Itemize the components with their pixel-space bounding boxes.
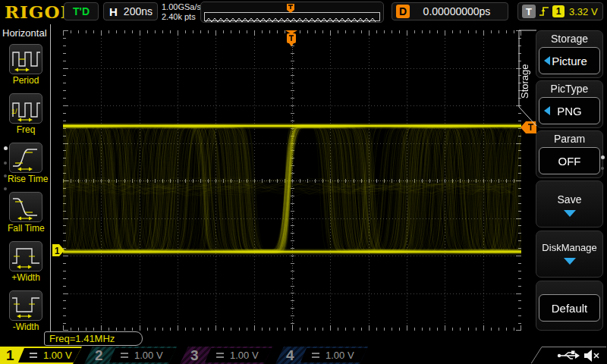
usb-icon bbox=[558, 351, 580, 359]
channel-3-badge[interactable]: 3 1.00 V bbox=[180, 347, 272, 364]
channel-3-number: 3 bbox=[190, 347, 199, 364]
rise-time-icon bbox=[9, 143, 42, 173]
channel-1-scale: 1.00 V bbox=[43, 350, 72, 361]
measure-fall-time-button[interactable]: Fall Time bbox=[8, 192, 44, 234]
status-icon-area bbox=[531, 347, 607, 364]
measure-rise-time-button[interactable]: Rise Time bbox=[8, 143, 44, 184]
delay-badge: D bbox=[396, 5, 410, 18]
measure-plus-width-button[interactable]: +Width bbox=[8, 241, 44, 283]
chevron-left-icon bbox=[544, 56, 550, 65]
channel-4-scale: 1.00 V bbox=[326, 350, 354, 361]
memory-window bbox=[204, 12, 380, 21]
fall-time-icon bbox=[9, 192, 42, 222]
trigger-position-flag-icon[interactable] bbox=[285, 4, 296, 13]
channel-2-scale: 1.00 V bbox=[134, 350, 163, 361]
rising-edge-icon bbox=[539, 5, 549, 17]
channel-1-badge[interactable]: 1 1.00 V bbox=[0, 347, 82, 364]
plus-width-icon bbox=[9, 241, 42, 271]
rise-time-label: Rise Time bbox=[8, 174, 44, 184]
channel-1-number: 1 bbox=[6, 347, 14, 364]
storage-tab[interactable]: Storage bbox=[519, 39, 534, 123]
delay-box[interactable]: D 0.00000000ps bbox=[392, 2, 508, 20]
minus-width-icon bbox=[9, 290, 42, 321]
left-menu-title: Horizontal bbox=[2, 27, 47, 39]
pictype-section-label: PicType bbox=[536, 83, 602, 95]
channel-4-number: 4 bbox=[286, 347, 294, 364]
storage-type-button[interactable]: Picture bbox=[539, 47, 600, 74]
trigger-badge: T bbox=[522, 5, 536, 18]
right-menu-page-dot-2 bbox=[601, 167, 604, 170]
left-menu-page-dot-1 bbox=[4, 146, 8, 150]
default-button[interactable]: Default bbox=[539, 294, 600, 322]
left-menu-separator bbox=[50, 24, 51, 338]
period-icon bbox=[9, 44, 42, 74]
freq-label: Freq bbox=[8, 124, 44, 135]
period-label: Period bbox=[8, 75, 44, 86]
pictype-button[interactable]: PNG bbox=[539, 97, 600, 124]
save-button-label: Save bbox=[536, 193, 602, 206]
waveform-display bbox=[63, 30, 521, 331]
default-label: Default bbox=[552, 302, 588, 315]
timebase-label: H bbox=[109, 5, 118, 18]
speaker-muted-icon bbox=[584, 350, 599, 362]
channel-4-badge[interactable]: 4 1.00 V bbox=[275, 347, 368, 364]
freq-counter: Freq=1.41MHz bbox=[44, 331, 143, 346]
memory-waveform-icon bbox=[205, 16, 379, 24]
svg-text:1: 1 bbox=[55, 246, 60, 256]
oscilloscope-screen: RIGOL T'D H 200ns 1.00GSa/s 2.40k pts bbox=[0, 0, 607, 364]
coupling-icon bbox=[215, 352, 225, 359]
param-button[interactable]: OFF bbox=[539, 147, 600, 174]
trigger-status-box: T'D bbox=[64, 2, 99, 20]
measure-period-button[interactable]: Period bbox=[8, 44, 44, 86]
channel-2-number: 2 bbox=[95, 347, 103, 364]
menu-section-diskmanage: DiskManage bbox=[536, 231, 603, 278]
timebase-box[interactable]: H 200ns bbox=[103, 2, 158, 20]
storage-section-label: Storage bbox=[536, 33, 602, 45]
left-menu-page-dot-4 bbox=[4, 187, 7, 190]
plus-width-label: +Width bbox=[8, 272, 44, 283]
ch1-ground-marker[interactable]: 1 bbox=[52, 244, 64, 256]
menu-section-save: Save bbox=[536, 180, 603, 228]
delay-value: 0.00000000ps bbox=[410, 5, 504, 17]
menu-section-default: Default bbox=[536, 281, 603, 331]
menu-section-pictype: PicType PNG bbox=[536, 80, 603, 128]
trigger-position-marker[interactable] bbox=[285, 30, 298, 46]
left-menu-page-dot-2 bbox=[4, 162, 7, 165]
trigger-status-label: T'D bbox=[73, 5, 90, 17]
chevron-down-icon[interactable] bbox=[564, 258, 576, 265]
memory-position-bar[interactable] bbox=[200, 2, 384, 23]
channel-3-scale: 1.00 V bbox=[230, 350, 259, 361]
measure-freq-button[interactable]: 1/ Freq bbox=[8, 93, 44, 135]
chevron-left-icon bbox=[544, 106, 550, 115]
menu-section-storage: Storage Picture bbox=[536, 30, 603, 78]
chevron-down-icon[interactable] bbox=[564, 210, 576, 217]
svg-text:1/: 1/ bbox=[11, 108, 17, 115]
left-menu-page-dot-3 bbox=[4, 174, 7, 177]
pictype-value: PNG bbox=[557, 105, 582, 118]
fall-time-label: Fall Time bbox=[8, 223, 44, 234]
diskmanage-button-label: DiskManage bbox=[536, 242, 602, 253]
coupling-icon bbox=[120, 352, 129, 359]
trigger-settings-box[interactable]: T 1 3.32 V bbox=[517, 2, 603, 20]
minus-width-label: -Width bbox=[8, 322, 44, 332]
sample-rate: 1.00GSa/s bbox=[162, 2, 201, 12]
storage-type-value: Picture bbox=[552, 55, 587, 67]
top-status-bar: RIGOL T'D H 200ns 1.00GSa/s 2.40k pts bbox=[0, 0, 607, 24]
param-section-label: Param bbox=[536, 133, 602, 145]
coupling-icon bbox=[29, 352, 38, 359]
trigger-source-badge: 1 bbox=[552, 5, 565, 17]
menu-section-param: Param OFF bbox=[536, 130, 603, 178]
measure-minus-width-button[interactable]: -Width bbox=[8, 290, 44, 332]
right-menu-page-dot-1 bbox=[601, 155, 605, 159]
freq-icon: 1/ bbox=[9, 93, 42, 124]
param-value: OFF bbox=[558, 155, 581, 168]
trigger-level-value: 3.32 V bbox=[569, 6, 598, 17]
channel-2-badge[interactable]: 2 1.00 V bbox=[84, 347, 177, 364]
timebase-value: 200ns bbox=[124, 5, 153, 17]
memory-depth: 2.40k pts bbox=[162, 12, 201, 22]
coupling-icon bbox=[311, 352, 320, 359]
acquisition-readout: 1.00GSa/s 2.40k pts bbox=[162, 2, 201, 22]
